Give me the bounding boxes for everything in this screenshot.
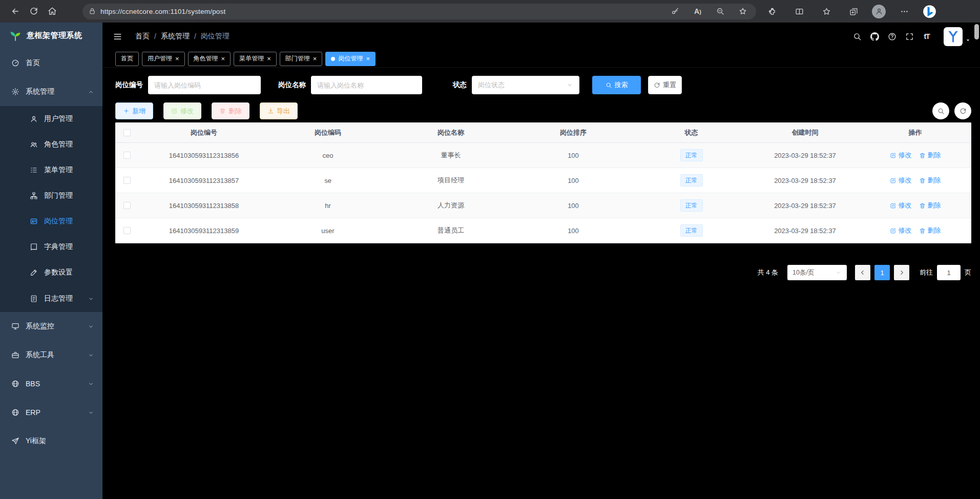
menu-list-icon (30, 166, 38, 174)
row-checkbox[interactable] (123, 227, 131, 234)
tab-department-management[interactable]: 部门管理 × (280, 52, 323, 66)
sidebar-item-home[interactable]: 首页 (0, 49, 102, 77)
sidebar-collapse-icon[interactable] (112, 31, 123, 42)
next-page-button[interactable] (894, 265, 909, 280)
cell-post-name: 项目经理 (387, 176, 515, 185)
address-bar[interactable]: https://ccnetcore.com:1101/system/post A… (82, 4, 756, 19)
sidebar-item-user-management[interactable]: 用户管理 (0, 106, 102, 132)
lock-icon (89, 8, 96, 15)
delete-link[interactable]: 删除 (919, 201, 941, 210)
column-header: 创建时间 (751, 128, 859, 137)
delete-button[interactable]: 删除 (212, 102, 249, 119)
sidebar-item-dictionary-management[interactable]: 字典管理 (0, 234, 102, 260)
post-code-input[interactable] (148, 76, 261, 94)
tab-user-management[interactable]: 用户管理 × (142, 52, 185, 66)
fullscreen-icon[interactable] (901, 28, 918, 45)
tab-close-icon[interactable]: × (366, 55, 370, 62)
tab-home[interactable]: 首页 (115, 52, 139, 66)
toggle-search-button[interactable] (932, 102, 949, 119)
export-button[interactable]: 导出 (260, 102, 298, 119)
bing-copilot-icon[interactable] (923, 5, 936, 18)
page-scrollbar-thumb[interactable] (974, 24, 979, 39)
browser-home-button[interactable] (43, 3, 61, 20)
edit-link[interactable]: 修改 (890, 226, 912, 235)
sidebar-item-log-management[interactable]: 日志管理 (0, 285, 102, 312)
reset-button[interactable]: 重置 (648, 76, 682, 94)
password-key-icon[interactable] (669, 5, 681, 17)
sidebar-item-system-tools[interactable]: 系统工具 (0, 341, 102, 369)
sidebar-item-system-management[interactable]: 系统管理 (0, 77, 102, 106)
favorites-bar-icon[interactable] (818, 3, 835, 20)
avatar-caret-down-icon[interactable] (965, 37, 971, 43)
row-checkbox[interactable] (123, 177, 131, 184)
edit-link[interactable]: 修改 (890, 201, 912, 210)
breadcrumb-home[interactable]: 首页 (135, 32, 150, 41)
sidebar-item-bbs[interactable]: BBS (0, 369, 102, 398)
sidebar-item-system-monitoring[interactable]: 系统监控 (0, 312, 102, 341)
refresh-table-button[interactable] (954, 102, 971, 119)
split-screen-icon[interactable] (790, 3, 808, 20)
sidebar-item-department-management[interactable]: 部门管理 (0, 183, 102, 209)
edit-button[interactable]: 修改 (163, 102, 201, 119)
app-logo[interactable]: 意框架管理系统 (0, 23, 102, 49)
delete-link[interactable]: 删除 (919, 176, 941, 185)
book-icon (30, 243, 38, 251)
tab-menu-management[interactable]: 菜单管理 × (234, 52, 277, 66)
tab-close-icon[interactable]: × (175, 55, 179, 62)
github-icon[interactable] (866, 28, 883, 45)
browser-refresh-button[interactable] (25, 3, 43, 20)
tab-role-management[interactable]: 角色管理 × (188, 52, 231, 66)
sidebar-item-yi-framework[interactable]: Yi框架 (0, 427, 102, 455)
sidebar-item-role-management[interactable]: 角色管理 (0, 132, 102, 157)
prev-page-button[interactable] (855, 265, 870, 280)
status-select[interactable]: 岗位状态 (472, 76, 579, 94)
text-size-icon[interactable]: tT (918, 28, 935, 45)
edit-link[interactable]: 修改 (890, 176, 912, 185)
row-checkbox[interactable] (123, 202, 131, 209)
current-page-button[interactable]: 1 (874, 265, 890, 280)
chevron-down-icon (566, 81, 573, 89)
sidebar-item-menu-management[interactable]: 菜单管理 (0, 157, 102, 183)
sidebar-item-parameter-settings[interactable]: 参数设置 (0, 260, 102, 285)
edit-link[interactable]: 修改 (890, 151, 912, 160)
breadcrumb-system-management[interactable]: 系统管理 (161, 32, 190, 41)
browser-toolbar-right (763, 3, 936, 20)
collections-icon[interactable] (845, 3, 862, 20)
chevron-down-icon (88, 323, 94, 330)
search-icon[interactable] (848, 28, 866, 45)
sidebar-item-label: 系统管理 (26, 87, 54, 96)
sidebar-item-label: 菜单管理 (44, 165, 73, 175)
favorite-star-icon[interactable] (737, 5, 749, 17)
chevron-down-icon (88, 296, 94, 302)
add-button[interactable]: 新增 (115, 102, 153, 119)
post-name-input[interactable] (311, 76, 422, 94)
select-all-checkbox[interactable] (123, 129, 131, 136)
user-avatar[interactable] (944, 27, 963, 46)
cell-post-name: 董事长 (387, 151, 515, 160)
row-checkbox[interactable] (123, 152, 131, 159)
cell-created-time: 2023-03-29 18:52:37 (751, 177, 859, 184)
sidebar-item-post-management[interactable]: 岗位管理 (0, 209, 102, 234)
tab-close-icon[interactable]: × (267, 55, 271, 62)
browser-menu-ellipsis-icon[interactable] (895, 3, 913, 20)
delete-link[interactable]: 删除 (919, 151, 941, 160)
sidebar-menu: 首页 系统管理 用户管理 角色管理 菜单管理 (0, 49, 102, 455)
browser-back-button[interactable] (6, 3, 25, 20)
tab-close-icon[interactable]: × (313, 55, 317, 62)
delete-link[interactable]: 删除 (919, 226, 941, 235)
sidebar-item-erp[interactable]: ERP (0, 398, 102, 427)
trash-icon (219, 108, 226, 114)
browser-profile-avatar[interactable] (872, 5, 886, 18)
tab-close-icon[interactable]: × (221, 55, 225, 62)
zoom-out-icon[interactable] (714, 5, 726, 17)
goto-page-input[interactable] (937, 265, 961, 280)
read-aloud-icon[interactable]: A) (692, 5, 704, 17)
help-question-icon[interactable] (883, 28, 901, 45)
extensions-puzzle-icon[interactable] (763, 3, 781, 20)
search-button[interactable]: 搜索 (592, 76, 641, 94)
cell-post-id: 1641030593112313856 (139, 152, 269, 159)
tab-post-management[interactable]: 岗位管理 × (325, 52, 376, 66)
log-document-icon (30, 295, 38, 303)
page-size-select[interactable]: 10条/页 (787, 265, 847, 280)
pagination: 共 4 条 10条/页 1 前往 页 (115, 265, 971, 280)
